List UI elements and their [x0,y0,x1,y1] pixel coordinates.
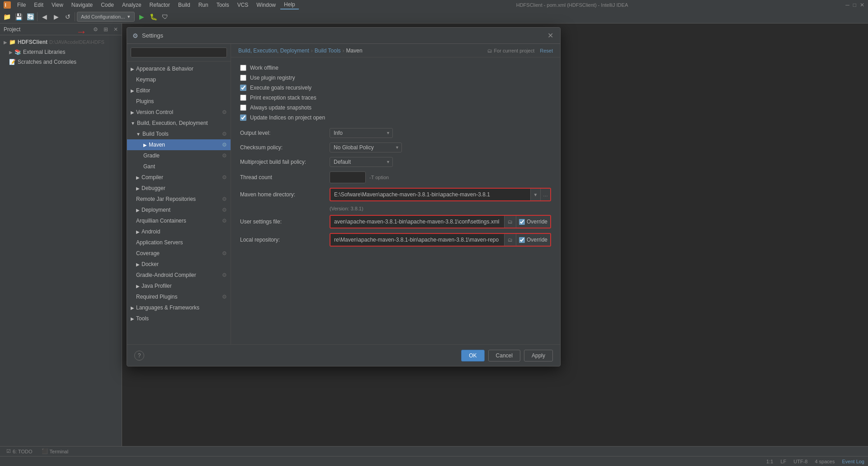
apply-button[interactable]: Apply [524,350,553,361]
sidebar-remote-jar[interactable]: Remote Jar Repositories ⚙ [127,194,231,204]
project-tree: ▶ 📁 HDFSClient D:\JAVAcodelDEA\HDFS ▶ 📚 … [0,35,122,69]
close-btn[interactable]: ✕ [860,2,864,8]
print-exception-label: Print exception stack traces [250,95,316,101]
toolbar-save-btn[interactable]: 💾 [14,12,24,22]
sidebar-keymap[interactable]: Keymap [127,74,231,85]
sidebar-editor[interactable]: ▶ Editor [127,85,231,96]
sidebar-plugins[interactable]: Plugins [127,96,231,107]
execute-goals-checkbox[interactable] [240,85,246,91]
settings-dialog: ⚙ Settings ✕ ▶ Appearance & Behavior Key… [127,27,561,366]
remote-jar-settings-icon: ⚙ [222,196,227,202]
menu-window[interactable]: Window [253,1,279,9]
sidebar-required-plugins[interactable]: Required Plugins ⚙ [127,291,231,302]
debug-btn[interactable]: 🐛 [148,12,158,22]
menu-vcs[interactable]: VCS [234,1,252,9]
update-indices-checkbox[interactable] [240,114,246,121]
user-settings-browse-btn[interactable]: 🗂 [504,216,516,228]
run-btn[interactable]: ▶ [137,12,146,22]
menu-code[interactable]: Code [97,1,118,9]
toolbar-refresh-btn[interactable]: ↺ [63,12,73,22]
multiproject-select[interactable]: Default Fail at end Never fail [330,157,393,167]
run-with-coverage-btn[interactable]: 🛡 [160,12,170,22]
app-servers-label: Application Servers [136,239,183,246]
sidebar-tools[interactable]: ▶ Tools [127,313,231,324]
menu-tools[interactable]: Tools [213,1,233,9]
toolbar-sync-btn[interactable]: 🔄 [25,12,35,22]
sidebar-debugger[interactable]: ▶ Debugger [127,183,231,194]
menu-build[interactable]: Build [175,1,194,9]
project-close-icon[interactable]: ✕ [113,26,118,33]
help-button[interactable]: ? [134,351,144,361]
settings-search-input[interactable] [131,48,227,57]
menu-file[interactable]: File [14,1,29,9]
project-settings-icon[interactable]: ⚙ [93,26,98,33]
maven-settings-main: Work offline Use plugin registry Execute… [231,57,560,344]
output-level-select[interactable]: Info Debug Quiet [330,128,393,138]
sidebar-build-tools[interactable]: ▼ Build Tools ⚙ [127,128,231,139]
menu-analyze[interactable]: Analyze [118,1,145,9]
sidebar-gant[interactable]: Gant [127,161,231,172]
breadcrumb-reset-btn[interactable]: Reset [540,48,553,53]
checksum-policy-row: Checksum policy: No Global Policy Warn F… [240,143,551,152]
menu-refactor[interactable]: Refactor [146,1,174,9]
external-libraries-item[interactable]: ▶ 📚 External Libraries [0,47,122,57]
menu-help[interactable]: Help [280,0,299,10]
sidebar-android[interactable]: ▶ Android [127,226,231,237]
build-tools-arrow-icon: ▼ [136,132,141,137]
todo-tab[interactable]: ☑ 6: TODO [4,447,35,455]
project-root-arrow: ▶ [4,40,7,45]
deployment-settings-icon: ⚙ [222,207,227,213]
thread-count-input[interactable] [330,171,366,183]
sidebar-languages[interactable]: ▶ Languages & Frameworks [127,302,231,313]
maven-home-dropdown-btn[interactable]: ▼ [530,189,540,200]
ok-button[interactable]: OK [461,350,484,361]
breadcrumb-part1[interactable]: Build, Execution, Deployment [238,48,309,54]
print-exception-checkbox[interactable] [240,95,246,101]
sidebar-docker[interactable]: ▶ Docker [127,259,231,270]
menu-edit[interactable]: Edit [30,1,47,9]
sidebar-appearance[interactable]: ▶ Appearance & Behavior [127,63,231,74]
sidebar-java-profiler[interactable]: ▶ Java Profiler [127,281,231,291]
maven-home-browse-btn[interactable]: … [540,189,550,200]
sidebar-deployment[interactable]: ▶ Deployment ⚙ [127,204,231,215]
maven-home-input[interactable] [330,189,530,200]
local-repo-override-checkbox[interactable] [519,237,525,243]
dialog-close-btn[interactable]: ✕ [546,31,555,40]
multiproject-row: Multiproject build fail policy: Default … [240,157,551,167]
always-update-checkbox[interactable] [240,105,246,111]
sidebar-build-execution[interactable]: ▼ Build, Execution, Deployment [127,118,231,128]
sidebar-arquillian[interactable]: Arquillian Containers ⚙ [127,215,231,226]
terminal-tab[interactable]: ⬛ Terminal [39,447,71,455]
sidebar-gradle-android[interactable]: Gradle-Android Compiler ⚙ [127,270,231,281]
user-settings-input[interactable] [330,216,504,228]
user-settings-override-checkbox[interactable] [519,219,525,225]
menu-navigate[interactable]: Navigate [68,1,96,9]
sidebar-app-servers[interactable]: Application Servers [127,237,231,248]
sidebar-gradle[interactable]: Gradle ⚙ [127,150,231,161]
toolbar-back-btn[interactable]: ◀ [39,12,49,22]
sidebar-compiler[interactable]: ▶ Compiler ⚙ [127,172,231,183]
breadcrumb-part2[interactable]: Build Tools [315,48,341,54]
sidebar-version-control[interactable]: ▶ Version Control ⚙ [127,107,231,118]
use-plugin-registry-checkbox[interactable] [240,75,246,81]
menu-view[interactable]: View [48,1,67,9]
event-log[interactable]: Event Log [842,459,864,464]
local-repo-input[interactable] [330,234,504,246]
run-config[interactable]: Add Configuration... ▼ [77,12,135,22]
project-layout-icon[interactable]: ⊞ [104,26,108,33]
work-offline-label: Work offline [250,65,278,71]
toolbar-forward-btn[interactable]: ▶ [51,12,61,22]
minimize-btn[interactable]: ─ [845,2,849,8]
cancel-button[interactable]: Cancel [488,350,520,361]
sidebar-maven[interactable]: ▶ Maven ⚙ [127,139,231,150]
maximize-btn[interactable]: □ [853,2,856,8]
multiproject-label: Multiproject build fail policy: [240,159,326,165]
checksum-policy-select[interactable]: No Global Policy Warn Fail [330,143,402,152]
project-root-item[interactable]: ▶ 📁 HDFSClient D:\JAVAcodelDEA\HDFS [0,37,122,47]
scratches-item[interactable]: 📝 Scratches and Consoles [0,57,122,67]
local-repo-browse-btn[interactable]: 🗂 [504,234,516,246]
work-offline-checkbox[interactable] [240,65,246,71]
sidebar-coverage[interactable]: Coverage ⚙ [127,248,231,259]
menu-run[interactable]: Run [195,1,212,9]
toolbar-open-btn[interactable]: 📁 [2,12,12,22]
